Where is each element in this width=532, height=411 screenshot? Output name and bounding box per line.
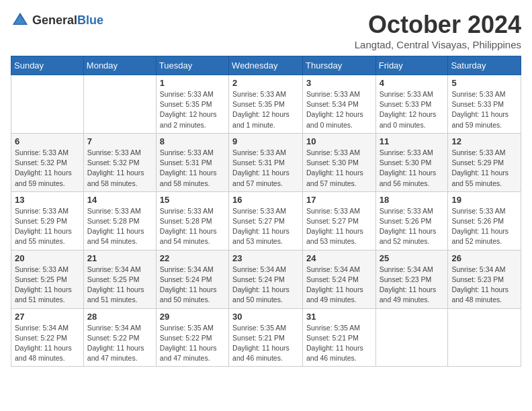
cell-info: Sunrise: 5:34 AMSunset: 5:23 PMDaylight:… [451,265,517,306]
day-number: 23 [232,253,299,263]
calendar-cell: 9Sunrise: 5:33 AMSunset: 5:31 PMDaylight… [229,133,303,191]
day-number: 25 [380,253,445,263]
calendar-cell: 24Sunrise: 5:34 AMSunset: 5:24 PMDayligh… [303,250,376,308]
day-number: 15 [160,195,225,205]
cell-info: Sunrise: 5:33 AMSunset: 5:32 PMDaylight:… [15,148,80,189]
day-number: 17 [306,195,372,205]
cell-info: Sunrise: 5:33 AMSunset: 5:33 PMDaylight:… [380,89,445,130]
day-number: 14 [87,195,152,205]
calendar-cell: 11Sunrise: 5:33 AMSunset: 5:30 PMDayligh… [375,133,448,191]
day-number: 11 [380,136,445,146]
calendar-table: SundayMondayTuesdayWednesdayThursdayFrid… [11,56,521,367]
day-number: 12 [451,136,517,146]
calendar-week-row: 20Sunrise: 5:33 AMSunset: 5:25 PMDayligh… [11,250,521,308]
cell-info: Sunrise: 5:35 AMSunset: 5:21 PMDaylight:… [232,323,299,364]
calendar-cell: 22Sunrise: 5:34 AMSunset: 5:24 PMDayligh… [156,250,228,308]
day-number: 18 [380,195,445,205]
calendar-cell: 10Sunrise: 5:33 AMSunset: 5:30 PMDayligh… [303,133,376,191]
cell-info: Sunrise: 5:33 AMSunset: 5:29 PMDaylight:… [15,206,80,247]
calendar-cell [83,75,156,134]
cell-info: Sunrise: 5:33 AMSunset: 5:26 PMDaylight:… [380,206,445,247]
cell-info: Sunrise: 5:34 AMSunset: 5:24 PMDaylight:… [306,265,372,306]
day-number: 2 [232,78,299,88]
day-number: 29 [160,312,225,322]
cell-info: Sunrise: 5:34 AMSunset: 5:22 PMDaylight:… [15,323,80,364]
calendar-cell [448,308,521,367]
day-number: 4 [380,78,445,88]
weekday-header: Tuesday [156,56,228,75]
logo-icon [11,11,30,30]
day-number: 8 [160,136,225,146]
cell-info: Sunrise: 5:34 AMSunset: 5:24 PMDaylight:… [160,265,225,306]
calendar-cell [375,308,448,367]
day-number: 26 [451,253,517,263]
day-number: 24 [306,253,372,263]
calendar-cell: 23Sunrise: 5:34 AMSunset: 5:24 PMDayligh… [229,250,303,308]
calendar-cell: 13Sunrise: 5:33 AMSunset: 5:29 PMDayligh… [11,191,84,250]
day-number: 19 [451,195,517,205]
day-number: 5 [451,78,517,88]
calendar-week-row: 27Sunrise: 5:34 AMSunset: 5:22 PMDayligh… [11,308,521,367]
cell-info: Sunrise: 5:33 AMSunset: 5:28 PMDaylight:… [160,206,225,247]
cell-info: Sunrise: 5:33 AMSunset: 5:32 PMDaylight:… [87,148,152,189]
day-number: 6 [15,136,80,146]
cell-info: Sunrise: 5:33 AMSunset: 5:31 PMDaylight:… [160,148,225,189]
calendar-cell: 2Sunrise: 5:33 AMSunset: 5:35 PMDaylight… [229,75,303,134]
cell-info: Sunrise: 5:34 AMSunset: 5:23 PMDaylight:… [380,265,445,306]
cell-info: Sunrise: 5:34 AMSunset: 5:25 PMDaylight:… [87,265,152,306]
calendar-cell: 25Sunrise: 5:34 AMSunset: 5:23 PMDayligh… [375,250,448,308]
cell-info: Sunrise: 5:33 AMSunset: 5:35 PMDaylight:… [160,89,225,130]
weekday-header: Friday [375,56,448,75]
month-title: October 2024 [355,11,521,39]
day-number: 27 [15,312,80,322]
calendar-cell: 17Sunrise: 5:33 AMSunset: 5:27 PMDayligh… [303,191,376,250]
cell-info: Sunrise: 5:33 AMSunset: 5:27 PMDaylight:… [232,206,299,247]
calendar-cell: 7Sunrise: 5:33 AMSunset: 5:32 PMDaylight… [83,133,156,191]
day-number: 10 [306,136,372,146]
calendar-cell: 15Sunrise: 5:33 AMSunset: 5:28 PMDayligh… [156,191,228,250]
day-number: 31 [306,312,372,322]
logo-blue: Blue [77,13,103,27]
calendar-cell: 3Sunrise: 5:33 AMSunset: 5:34 PMDaylight… [303,75,376,134]
calendar-cell: 29Sunrise: 5:35 AMSunset: 5:22 PMDayligh… [156,308,228,367]
cell-info: Sunrise: 5:33 AMSunset: 5:33 PMDaylight:… [451,89,517,130]
calendar-cell: 6Sunrise: 5:33 AMSunset: 5:32 PMDaylight… [11,133,84,191]
weekday-header: Monday [83,56,156,75]
title-block: October 2024 Langtad, Central Visayas, P… [355,11,521,50]
calendar-cell: 21Sunrise: 5:34 AMSunset: 5:25 PMDayligh… [83,250,156,308]
location-title: Langtad, Central Visayas, Philippines [355,39,521,50]
calendar-week-row: 1Sunrise: 5:33 AMSunset: 5:35 PMDaylight… [11,75,521,134]
weekday-header: Wednesday [229,56,303,75]
day-number: 28 [87,312,152,322]
day-number: 13 [15,195,80,205]
calendar-cell: 20Sunrise: 5:33 AMSunset: 5:25 PMDayligh… [11,250,84,308]
calendar-cell: 8Sunrise: 5:33 AMSunset: 5:31 PMDaylight… [156,133,228,191]
cell-info: Sunrise: 5:33 AMSunset: 5:26 PMDaylight:… [451,206,517,247]
calendar-cell: 14Sunrise: 5:33 AMSunset: 5:28 PMDayligh… [83,191,156,250]
logo: GeneralBlue [11,11,103,30]
day-number: 1 [160,78,225,88]
cell-info: Sunrise: 5:33 AMSunset: 5:28 PMDaylight:… [87,206,152,247]
cell-info: Sunrise: 5:33 AMSunset: 5:25 PMDaylight:… [15,265,80,306]
calendar-cell [11,75,84,134]
logo-general: General [32,13,77,27]
calendar-body: 1Sunrise: 5:33 AMSunset: 5:35 PMDaylight… [11,75,521,367]
day-number: 30 [232,312,299,322]
calendar-cell: 4Sunrise: 5:33 AMSunset: 5:33 PMDaylight… [375,75,448,134]
calendar-cell: 31Sunrise: 5:35 AMSunset: 5:21 PMDayligh… [303,308,376,367]
page-header: GeneralBlue October 2024 Langtad, Centra… [11,11,521,50]
day-number: 22 [160,253,225,263]
calendar-cell: 18Sunrise: 5:33 AMSunset: 5:26 PMDayligh… [375,191,448,250]
day-number: 20 [15,253,80,263]
cell-info: Sunrise: 5:33 AMSunset: 5:27 PMDaylight:… [306,206,372,247]
calendar-cell: 19Sunrise: 5:33 AMSunset: 5:26 PMDayligh… [448,191,521,250]
day-number: 16 [232,195,299,205]
day-number: 9 [232,136,299,146]
calendar-cell: 28Sunrise: 5:34 AMSunset: 5:22 PMDayligh… [83,308,156,367]
cell-info: Sunrise: 5:35 AMSunset: 5:21 PMDaylight:… [306,323,372,364]
calendar-cell: 1Sunrise: 5:33 AMSunset: 5:35 PMDaylight… [156,75,228,134]
weekday-header: Sunday [11,56,84,75]
calendar-cell: 27Sunrise: 5:34 AMSunset: 5:22 PMDayligh… [11,308,84,367]
calendar-cell: 12Sunrise: 5:33 AMSunset: 5:29 PMDayligh… [448,133,521,191]
day-number: 7 [87,136,152,146]
